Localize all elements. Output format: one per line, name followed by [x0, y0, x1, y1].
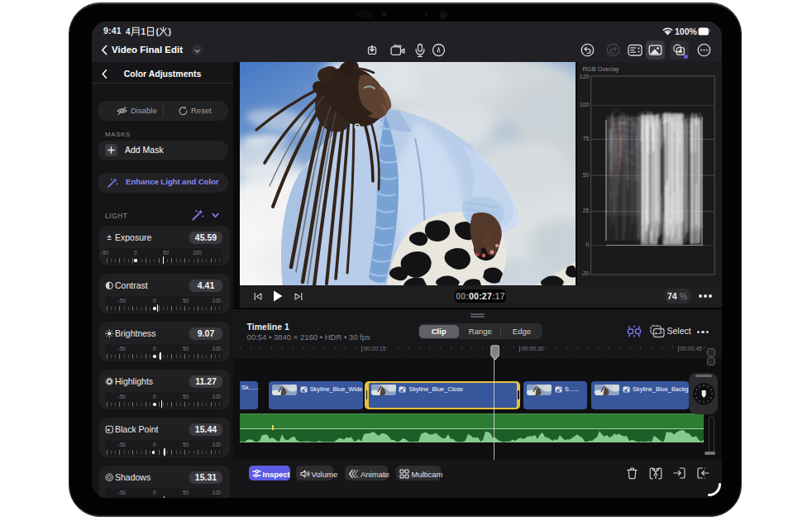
svg-text:): ) [169, 26, 172, 36]
svg-text:(: ( [156, 26, 160, 36]
svg-text:1: 1 [141, 26, 146, 36]
svg-text:±: ± [107, 233, 112, 241]
svg-text:4: 4 [126, 26, 131, 36]
svg-text:100%: 100% [675, 26, 698, 36]
